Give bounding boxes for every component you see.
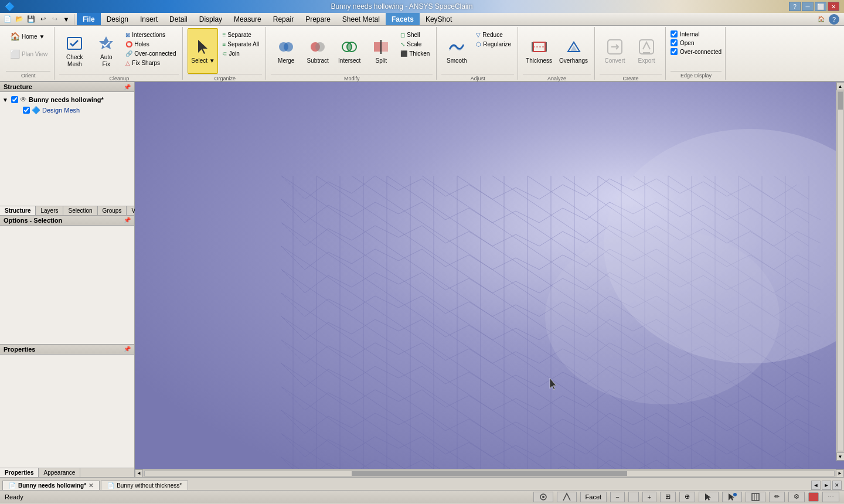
- scroll-thumb-right[interactable]: [838, 92, 843, 110]
- tab-properties[interactable]: Properties: [0, 468, 39, 477]
- save-btn[interactable]: 💾: [26, 14, 36, 25]
- tab-selection[interactable]: Selection: [63, 206, 97, 215]
- structure-pin[interactable]: 📌: [124, 84, 131, 90]
- color-btn[interactable]: [808, 492, 819, 502]
- pencil-btn[interactable]: ✏: [769, 492, 785, 502]
- tree-root-item[interactable]: ▼ 👁 Bunny needs hollowing*: [2, 94, 132, 105]
- facet-label-btn[interactable]: Facet: [580, 492, 607, 502]
- options-pin[interactable]: 📌: [124, 217, 131, 223]
- tab-layers[interactable]: Layers: [36, 206, 63, 215]
- settings-btn[interactable]: ⚙: [788, 492, 805, 502]
- scale-btn[interactable]: ⤡ Scale: [397, 40, 433, 49]
- help-question-btn[interactable]: ?: [829, 14, 839, 25]
- redo-btn[interactable]: ↪: [49, 14, 60, 25]
- select-mode-btn[interactable]: [699, 492, 719, 502]
- menu-sheetmetal[interactable]: Sheet Metal: [336, 13, 386, 25]
- intersections-btn[interactable]: ⊠ Intersections: [122, 30, 179, 39]
- holes-btn[interactable]: ⭕ Holes: [122, 40, 179, 49]
- auto-fix-btn[interactable]: AutoFix: [91, 28, 121, 74]
- separate-all-btn[interactable]: ≡ Separate All: [219, 40, 262, 49]
- menu-prepare[interactable]: Prepare: [300, 13, 336, 25]
- regularize-btn[interactable]: ⬡ Regularize: [473, 40, 514, 49]
- home-btn[interactable]: 🏠 Home ▼: [6, 28, 50, 45]
- smooth-btn[interactable]: Smooth: [441, 28, 472, 74]
- root-checkbox[interactable]: [11, 96, 18, 103]
- tab-groups[interactable]: Groups: [98, 206, 127, 215]
- doc-tab-close-1[interactable]: ✕: [89, 482, 93, 489]
- restore-btn[interactable]: ⬜: [815, 2, 826, 11]
- select-filter-btn[interactable]: [722, 492, 742, 502]
- open-checkbox-row[interactable]: Open: [671, 39, 722, 46]
- zoom-in-btn[interactable]: +: [642, 492, 656, 502]
- reduce-btn[interactable]: ▽ Reduce: [473, 30, 514, 39]
- close-btn[interactable]: ✕: [828, 2, 839, 11]
- export-btn[interactable]: Export: [631, 28, 662, 74]
- doc-tab-bunny-no-thickness[interactable]: 📄 Bunny without thickness*: [101, 481, 188, 490]
- help-btn[interactable]: ?: [789, 2, 801, 11]
- viewport-canvas[interactable]: Z X ▲ ▼: [135, 82, 844, 469]
- thickness-btn[interactable]: Thickness: [523, 28, 555, 74]
- merge-btn[interactable]: Merge: [271, 28, 301, 74]
- menu-file[interactable]: File: [77, 13, 101, 25]
- viewport-scrollbar-right[interactable]: ▲ ▼: [836, 82, 844, 461]
- scroll-down-btn[interactable]: ▼: [836, 452, 845, 461]
- internal-checkbox-row[interactable]: Internal: [671, 30, 722, 38]
- properties-pin[interactable]: 📌: [124, 346, 131, 352]
- tab-scroll-left[interactable]: ◄: [811, 481, 821, 490]
- tab-scroll-right[interactable]: ►: [822, 481, 831, 490]
- dropdown-btn[interactable]: ▼: [61, 14, 72, 25]
- subtract-btn[interactable]: Subtract: [302, 28, 333, 74]
- over-connected-checkbox-row[interactable]: Over-connected: [671, 48, 722, 55]
- zoom-out-btn[interactable]: −: [610, 492, 624, 502]
- check-mesh-btn[interactable]: CheckMesh: [59, 28, 90, 74]
- select-btn[interactable]: Select ▼: [188, 28, 218, 74]
- tab-structure[interactable]: Structure: [0, 206, 36, 215]
- tab-appearance[interactable]: Appearance: [39, 468, 80, 477]
- menu-display[interactable]: Display: [193, 13, 228, 25]
- tab-close-active[interactable]: ✕: [832, 481, 842, 490]
- expand-icon[interactable]: ▼: [2, 97, 9, 103]
- doc-tab-bunny-hollowing[interactable]: 📄 Bunny needs hollowing* ✕: [2, 481, 100, 490]
- overhangs-btn[interactable]: Overhangs: [556, 28, 591, 74]
- snap-btn[interactable]: ⊕: [679, 492, 695, 502]
- zoom-fit-btn[interactable]: [746, 492, 765, 502]
- open-checkbox[interactable]: [671, 39, 678, 46]
- scroll-left-btn[interactable]: ◄: [135, 469, 143, 478]
- orientation-btn[interactable]: [557, 492, 577, 502]
- new-btn[interactable]: 📄: [2, 14, 13, 25]
- extra-btn[interactable]: ⋯: [822, 492, 839, 502]
- internal-checkbox[interactable]: [671, 30, 678, 38]
- design-mesh-checkbox[interactable]: [23, 107, 30, 114]
- shell-btn[interactable]: ◻ Shell: [397, 30, 433, 39]
- separate-btn[interactable]: ≡ Separate: [219, 30, 262, 39]
- grid-btn[interactable]: ⊞: [660, 492, 676, 502]
- over-connected-checkbox[interactable]: [671, 48, 678, 55]
- menu-design[interactable]: Design: [101, 13, 134, 25]
- over-connected-btn[interactable]: 🔗 Over-connected: [122, 49, 179, 58]
- scroll-up-btn[interactable]: ▲: [836, 82, 845, 90]
- menu-detail[interactable]: Detail: [164, 13, 193, 25]
- menu-insert[interactable]: Insert: [134, 13, 164, 25]
- convert-btn[interactable]: Convert: [600, 28, 630, 74]
- design-mesh-item[interactable]: 🔷 Design Mesh: [14, 105, 132, 115]
- menu-facets[interactable]: Facets: [386, 13, 420, 25]
- plan-view-btn[interactable]: ⬜ Plan View: [6, 46, 50, 62]
- nav-home-btn[interactable]: 🏠: [816, 14, 826, 25]
- menu-keyshot[interactable]: KeyShot: [420, 13, 458, 25]
- minimize-btn[interactable]: ─: [802, 2, 814, 11]
- fix-sharps-btn[interactable]: △ Fix Sharps: [122, 59, 179, 67]
- menu-repair[interactable]: Repair: [267, 13, 300, 25]
- zoom-level-btn[interactable]: [628, 492, 639, 502]
- thicken-btn[interactable]: ⬛ Thicken: [397, 49, 433, 58]
- window-controls[interactable]: ? ─ ⬜ ✕: [789, 2, 839, 11]
- intersect-btn[interactable]: Intersect: [334, 28, 365, 74]
- viewport-scrollbar-bottom[interactable]: ◄ ►: [135, 469, 844, 477]
- scroll-thumb-bottom[interactable]: [352, 471, 627, 476]
- split-btn[interactable]: Split: [366, 28, 396, 74]
- open-btn[interactable]: 📂: [14, 14, 25, 25]
- scroll-right-btn[interactable]: ►: [836, 469, 844, 478]
- undo-btn[interactable]: ↩: [38, 14, 48, 25]
- snap-icon-btn[interactable]: [533, 492, 553, 502]
- join-btn[interactable]: ⊂ Join: [219, 49, 262, 58]
- menu-measure[interactable]: Measure: [228, 13, 267, 25]
